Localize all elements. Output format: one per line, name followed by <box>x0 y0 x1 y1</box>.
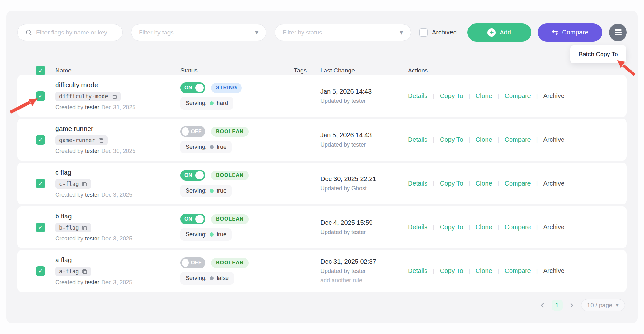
tags-placeholder: Filter by tags <box>139 29 174 36</box>
filter-toolbar: Filter flags by name or key Filter by ta… <box>17 23 627 42</box>
add-button-label: Add <box>500 29 511 36</box>
updated-by-line: Updated by tester <box>320 141 366 148</box>
clone-link[interactable]: Clone <box>476 136 492 143</box>
archive-link[interactable]: Archive <box>543 92 564 100</box>
clone-link[interactable]: Clone <box>476 224 492 231</box>
updated-by-line: Updated by tester <box>320 268 366 275</box>
row-checkbox[interactable]: ✓ <box>36 135 45 145</box>
serving-dot <box>210 189 214 193</box>
row-checkbox[interactable]: ✓ <box>36 91 45 101</box>
row-checkbox[interactable]: ✓ <box>36 266 45 276</box>
flag-toggle[interactable]: ON <box>180 214 205 224</box>
add-button[interactable]: + Add <box>467 23 531 42</box>
last-change-date: Dec 4, 2025 15:59 <box>320 219 372 226</box>
last-change-date: Jan 5, 2026 14:43 <box>320 88 372 95</box>
flag-key: game-runner <box>59 137 95 143</box>
details-link[interactable]: Details <box>408 92 427 100</box>
row-checkbox[interactable]: ✓ <box>36 223 45 232</box>
copy-to-link[interactable]: Copy To <box>440 267 463 275</box>
copy-to-link[interactable]: Copy To <box>440 180 463 187</box>
flag-name: difficulty mode <box>55 81 98 89</box>
compare-link[interactable]: Compare <box>504 136 531 143</box>
created-by-line: Created by testerDec 3, 2025 <box>55 235 132 242</box>
copy-icon[interactable] <box>82 225 87 231</box>
copy-icon[interactable] <box>82 181 87 187</box>
flag-key-chip[interactable]: c-flag <box>55 179 91 189</box>
type-badge: STRING <box>211 83 242 93</box>
flag-toggle[interactable]: ON <box>180 170 205 181</box>
clone-link[interactable]: Clone <box>476 267 492 275</box>
copy-to-link[interactable]: Copy To <box>440 92 463 100</box>
serving-value: true <box>217 231 226 238</box>
flag-table-body: ✓ difficulty mode difficulty-mode Create… <box>17 75 627 292</box>
archive-link[interactable]: Archive <box>543 180 564 187</box>
serving-chip: Serving:true <box>180 141 232 153</box>
flag-key: a-flag <box>59 268 79 275</box>
copy-icon[interactable] <box>111 94 117 99</box>
serving-value: false <box>217 275 229 282</box>
last-change-date: Dec 31, 2025 02:37 <box>320 258 376 265</box>
tags-filter-select[interactable]: Filter by tags ▼ <box>131 24 266 41</box>
archive-link[interactable]: Archive <box>543 136 564 143</box>
flag-name: c flag <box>55 169 71 176</box>
table-row: ✓ c flag c-flag Created by testerDec 3, … <box>17 163 627 204</box>
pagination: 1 10 / page▼ <box>538 299 625 311</box>
status-filter-select[interactable]: Filter by status ▼ <box>275 24 411 41</box>
header-last-change: Last Change <box>320 67 355 74</box>
flag-toggle[interactable]: ON <box>180 82 205 93</box>
flag-toggle[interactable]: OFF <box>180 126 205 137</box>
compare-button[interactable]: ⇆ Compare <box>538 23 602 42</box>
flag-key: difficulty-mode <box>59 93 108 100</box>
type-badge: BOOLEAN <box>211 214 249 224</box>
compare-link[interactable]: Compare <box>504 267 531 275</box>
table-row: ✓ b flag b-flag Created by testerDec 3, … <box>17 206 627 248</box>
change-note: add another rule <box>320 277 362 284</box>
page-number[interactable]: 1 <box>552 300 563 311</box>
updated-by-line: Updated by tester <box>320 98 366 104</box>
copy-to-link[interactable]: Copy To <box>440 224 463 231</box>
select-all-checkbox[interactable]: ✓ <box>36 66 45 75</box>
clone-link[interactable]: Clone <box>476 180 492 187</box>
details-link[interactable]: Details <box>408 224 427 231</box>
flag-key-chip[interactable]: game-runner <box>55 135 108 145</box>
serving-chip: Serving:false <box>180 272 234 285</box>
compare-link[interactable]: Compare <box>504 180 531 187</box>
table-row: ✓ a flag a-flag Created by testerDec 3, … <box>17 250 627 292</box>
archived-filter: Archived <box>419 28 457 37</box>
flag-toggle[interactable]: OFF <box>180 257 205 268</box>
flag-key-chip[interactable]: difficulty-mode <box>55 92 121 101</box>
created-by-line: Created by testerDec 30, 2025 <box>55 148 135 155</box>
flag-list-page: Filter flags by name or key Filter by ta… <box>0 0 644 334</box>
search-icon <box>25 29 32 36</box>
row-checkbox[interactable]: ✓ <box>36 179 45 188</box>
search-input[interactable]: Filter flags by name or key <box>17 24 123 41</box>
serving-value: true <box>217 144 226 150</box>
clone-link[interactable]: Clone <box>476 92 492 100</box>
compare-link[interactable]: Compare <box>504 224 531 231</box>
chevron-left-icon[interactable] <box>538 301 547 309</box>
created-by-line: Created by testerDec 31, 2025 <box>55 104 135 111</box>
serving-dot <box>210 276 214 280</box>
archived-checkbox[interactable] <box>419 28 428 37</box>
flag-key-chip[interactable]: b-flag <box>55 223 91 232</box>
copy-icon[interactable] <box>98 138 104 143</box>
copy-icon[interactable] <box>82 269 87 274</box>
archive-link[interactable]: Archive <box>543 224 564 231</box>
details-link[interactable]: Details <box>408 180 427 187</box>
swap-arrows-icon: ⇆ <box>551 28 558 36</box>
batch-copy-menu-item[interactable]: Batch Copy To <box>570 45 626 63</box>
copy-to-link[interactable]: Copy To <box>440 136 463 143</box>
flag-name: b flag <box>55 212 72 220</box>
archive-link[interactable]: Archive <box>543 267 564 275</box>
chevron-right-icon[interactable] <box>568 301 576 309</box>
serving-dot <box>210 101 214 105</box>
page-size-select[interactable]: 10 / page▼ <box>581 299 625 311</box>
flag-key-chip[interactable]: a-flag <box>55 267 91 276</box>
chevron-down-icon: ▼ <box>255 30 258 35</box>
menu-icon <box>615 29 622 31</box>
details-link[interactable]: Details <box>408 267 427 275</box>
compare-link[interactable]: Compare <box>504 92 531 100</box>
flag-name: a flag <box>55 256 72 264</box>
batch-menu-button[interactable] <box>609 24 627 41</box>
details-link[interactable]: Details <box>408 136 427 143</box>
